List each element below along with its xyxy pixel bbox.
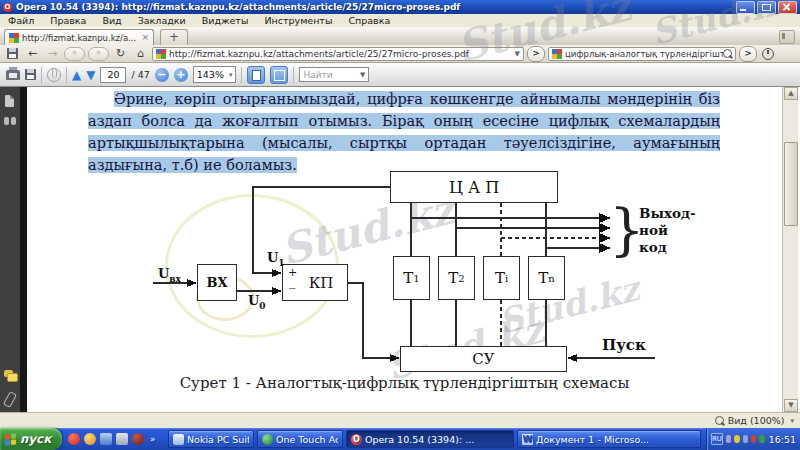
find-input[interactable]: Найти ▼: [299, 67, 369, 82]
tab-close-icon[interactable]: ×: [141, 33, 149, 42]
scroll-up-icon[interactable]: ▲: [784, 87, 798, 100]
reader-side-panel: [0, 87, 20, 412]
search-icon[interactable]: [723, 49, 732, 58]
scroll-mode-icon[interactable]: [247, 66, 265, 84]
tray-icon[interactable]: [759, 435, 764, 443]
panels-toggle-icon[interactable]: [779, 30, 795, 44]
search-go-button[interactable]: >: [739, 46, 757, 62]
new-tab-button[interactable]: +: [160, 29, 188, 45]
quicklaunch-icon[interactable]: [132, 433, 144, 445]
comments-panel-icon[interactable]: [4, 370, 13, 377]
pages-panel-icon[interactable]: [5, 95, 14, 107]
menu-view[interactable]: Вид: [94, 15, 129, 26]
site-favicon-icon: [9, 33, 19, 43]
zoom-level-select[interactable]: 143% ▾: [193, 66, 237, 83]
opera-icon: O: [351, 434, 362, 445]
save-page-button[interactable]: [4, 47, 21, 61]
quick-launch: »: [68, 428, 156, 450]
task-nokia[interactable]: Nokia PC Suite: [168, 430, 254, 448]
start-signal-label: Пуск: [602, 336, 646, 354]
task-opera[interactable]: O Opera 10.54 (3394): ...: [346, 430, 514, 448]
opera-quicklaunch-icon[interactable]: [68, 433, 80, 445]
tray-icon[interactable]: [751, 435, 756, 443]
address-url: http://fizmat.kaznpu.kz/attachments/arti…: [169, 49, 513, 59]
scrollbar-thumb[interactable]: [784, 142, 798, 226]
nokia-icon: [173, 434, 184, 445]
zoom-dropdown-icon: ▾: [229, 71, 233, 79]
address-bar[interactable]: http://fizmat.kaznpu.kz/attachments/arti…: [152, 47, 524, 61]
previous-page-icon[interactable]: ▲: [72, 69, 81, 81]
search-bar[interactable]: цифрлық-аналогтық түрлендіргіштер: [548, 47, 736, 61]
search-query: цифрлық-аналогтық түрлендіргіштер: [565, 49, 723, 59]
tray-icon[interactable]: [734, 435, 739, 443]
quicklaunch-icon[interactable]: [116, 433, 128, 445]
maximize-button[interactable]: [757, 1, 776, 14]
onetouch-icon: [262, 434, 273, 445]
fast-forward-button[interactable]: »: [88, 47, 109, 61]
close-button[interactable]: [778, 1, 797, 14]
menu-help[interactable]: Справка: [340, 15, 398, 26]
minimize-button[interactable]: [736, 1, 755, 14]
view-zoom-control[interactable]: Вид (100%) ▾: [715, 415, 794, 426]
figure-caption: Сурет 1 - Аналогтық-цифрлық түрлендіргіш…: [27, 374, 782, 392]
find-dropdown-icon[interactable]: ▼: [360, 71, 365, 79]
vertical-scrollbar[interactable]: ▲ ▼: [782, 87, 798, 412]
floppy-icon: [7, 48, 18, 59]
title-bar: O Opera 10.54 (3394): http://fizmat.kazn…: [0, 0, 800, 14]
tab-bar: http://fizmat.kaznpu.kz/a... × +: [0, 27, 800, 46]
pdf-save-icon[interactable]: [25, 69, 36, 80]
search-panel-icon[interactable]: [4, 117, 16, 125]
u0-label: U0: [248, 293, 266, 311]
magnifier-icon: [715, 416, 724, 425]
rewind-button[interactable]: «: [64, 47, 85, 61]
search-engine-icon: [552, 49, 562, 59]
window-title: Opera 10.54 (3394): http://fizmat.kaznpu…: [16, 2, 736, 12]
page-number-input[interactable]: 20: [100, 67, 126, 83]
next-page-icon[interactable]: ▼: [86, 69, 95, 81]
attachments-panel-icon[interactable]: [3, 391, 17, 408]
menu-bar: Файл Правка Вид Закладки Виджеты Инструм…: [0, 14, 800, 28]
task-word-document[interactable]: W Документ 1 - Microso...: [517, 430, 701, 448]
address-dropdown-icon[interactable]: ▼: [515, 50, 520, 58]
zoom-out-icon[interactable]: −: [155, 68, 169, 82]
menu-tools[interactable]: Инструменты: [256, 15, 340, 26]
trigger-i-block: Тi: [483, 256, 520, 300]
menu-bookmarks[interactable]: Закладки: [130, 15, 194, 26]
page-edge: [20, 87, 27, 412]
menu-widgets[interactable]: Виджеты: [194, 15, 257, 26]
forward-button[interactable]: →: [44, 47, 61, 61]
reload-button[interactable]: ↻: [112, 47, 129, 61]
globe-icon[interactable]: [47, 68, 61, 82]
home-button[interactable]: ⌂: [132, 47, 149, 61]
page-total: / 47: [131, 69, 149, 80]
print-icon[interactable]: [6, 70, 20, 80]
language-indicator[interactable]: RU: [711, 433, 723, 445]
task-onetouch[interactable]: One Touch Access - ...: [257, 430, 343, 448]
start-button[interactable]: пуск: [0, 428, 62, 450]
back-button[interactable]: ←: [24, 47, 41, 61]
zoom-in-icon[interactable]: +: [174, 68, 188, 82]
word-icon: W: [522, 434, 533, 445]
menu-file[interactable]: Файл: [0, 15, 42, 26]
tab-label: http://fizmat.kaznpu.kz/a...: [22, 33, 138, 43]
pdf-toolbar: ▲ ▼ 20 / 47 − + 143% ▾ Найти ▼: [0, 63, 800, 87]
quicklaunch-icon[interactable]: [100, 433, 112, 445]
tab-active[interactable]: http://fizmat.kaznpu.kz/a... ×: [4, 29, 154, 45]
comparator-block: + _ КП: [282, 264, 348, 301]
go-button[interactable]: >: [527, 46, 545, 62]
fullscreen-icon[interactable]: [270, 66, 288, 84]
history-button[interactable]: [760, 47, 776, 61]
view-dropdown-icon: ▾: [790, 417, 794, 425]
tray-icon[interactable]: [726, 435, 731, 443]
control-unit-block: СУ: [400, 346, 567, 372]
pdf-page: Stud.kz Stud.kz Stud.kz Әрине, көріп оты…: [27, 87, 782, 412]
quicklaunch-overflow-icon[interactable]: »: [150, 434, 156, 444]
output-code-label: Выход- ной код: [639, 205, 696, 256]
tray-icon[interactable]: [743, 435, 748, 443]
menu-edit[interactable]: Правка: [42, 15, 94, 26]
scroll-down-icon[interactable]: ▼: [784, 399, 798, 412]
opera-logo-icon: O: [3, 3, 12, 12]
system-tray: RU 16:51: [706, 428, 800, 450]
trigger1-block: Т1: [393, 256, 430, 300]
quicklaunch-icon[interactable]: [84, 433, 96, 445]
